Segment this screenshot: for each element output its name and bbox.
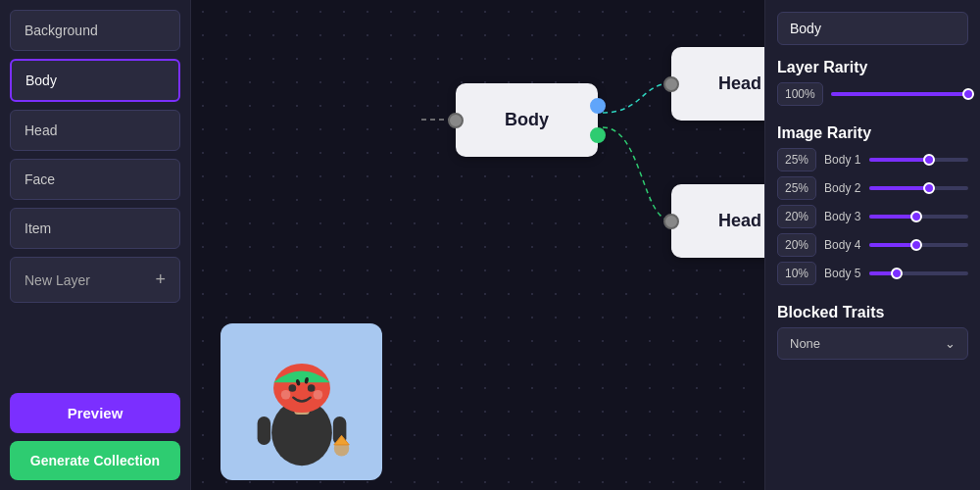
chevron-down-icon: ⌄ [945,336,956,351]
image-rarity-row-2: 20% Body 3 [777,205,968,228]
body-right-connector-bottom [590,127,606,143]
add-layer-icon[interactable]: + [155,270,166,290]
image-rarity-row-0: 25% Body 1 [777,148,968,172]
head2-left-connector [663,76,679,92]
sidebar: Background Body Head Face Item New Layer… [0,0,191,490]
svg-point-9 [280,390,290,400]
img-rarity-label-1: Body 2 [824,181,861,195]
canvas-area: Body Head 2 Head 1 [191,0,764,490]
img-rarity-pct-3: 20% [777,233,816,257]
layer-rarity-slider[interactable] [831,92,968,96]
body-right-connector-top [590,98,606,114]
generate-button[interactable]: Generate Collection [10,441,180,480]
img-rarity-pct-1: 25% [777,176,816,200]
layer-title-input[interactable] [777,12,968,45]
blocked-traits-section: Blocked Traits None ⌄ [777,304,968,360]
img-rarity-thumb-4[interactable] [891,268,903,279]
img-rarity-thumb-3[interactable] [910,239,922,251]
layer-rarity-fill [831,92,968,96]
layer-rarity-thumb[interactable] [962,88,974,100]
img-rarity-thumb-0[interactable] [923,154,935,166]
preview-image [220,323,382,480]
layer-rarity-section: Layer Rarity 100% [777,59,968,111]
head1-left-connector [663,214,679,229]
img-rarity-pct-2: 20% [777,205,816,228]
sidebar-item-item[interactable]: Item [10,208,180,249]
img-rarity-slider-3[interactable] [869,243,968,247]
blocked-traits-title: Blocked Traits [777,304,968,321]
sidebar-item-background[interactable]: Background [10,10,180,51]
body-left-connector [448,113,464,128]
svg-point-6 [273,364,330,413]
img-rarity-pct-4: 10% [777,262,816,285]
head1-node[interactable]: Head 1 [671,184,764,258]
sidebar-item-face[interactable]: Face [10,159,180,200]
img-rarity-slider-2[interactable] [869,215,968,219]
img-rarity-label-4: Body 5 [824,267,861,280]
image-rarity-row-1: 25% Body 2 [777,176,968,200]
image-rarity-section: Image Rarity 25% Body 1 25% Body 2 20% B… [777,124,968,290]
img-rarity-slider-0[interactable] [869,158,968,162]
body-node[interactable]: Body [456,83,598,157]
img-rarity-slider-4[interactable] [869,271,968,275]
img-rarity-pct-0: 25% [777,148,816,172]
layer-rarity-pct: 100% [777,82,823,106]
new-layer-label: New Layer [24,272,90,288]
svg-point-8 [307,384,315,392]
blocked-traits-value: None [790,336,820,351]
layer-rarity-title: Layer Rarity [777,59,968,76]
svg-point-7 [288,384,296,392]
svg-point-10 [313,390,322,400]
sidebar-item-body[interactable]: Body [10,59,180,102]
image-rarity-title: Image Rarity [777,124,968,142]
image-rarity-row-3: 20% Body 4 [777,233,968,257]
img-rarity-label-3: Body 4 [824,238,861,252]
right-panel: Layer Rarity 100% Image Rarity 25% Body … [764,0,980,490]
sidebar-item-head[interactable]: Head [10,110,180,151]
preview-button[interactable]: Preview [10,393,180,433]
svg-rect-1 [257,416,270,445]
layer-rarity-row: 100% [777,82,968,106]
img-rarity-label-0: Body 1 [824,153,861,167]
new-layer-row[interactable]: New Layer + [10,257,180,303]
head2-node[interactable]: Head 2 [671,47,764,121]
image-rarity-row-4: 10% Body 5 [777,262,968,285]
blocked-traits-select[interactable]: None ⌄ [777,327,968,360]
img-rarity-thumb-1[interactable] [923,182,935,194]
img-rarity-thumb-2[interactable] [910,211,922,222]
img-rarity-slider-1[interactable] [869,186,968,190]
character-illustration [238,333,366,470]
img-rarity-label-2: Body 3 [824,210,861,223]
